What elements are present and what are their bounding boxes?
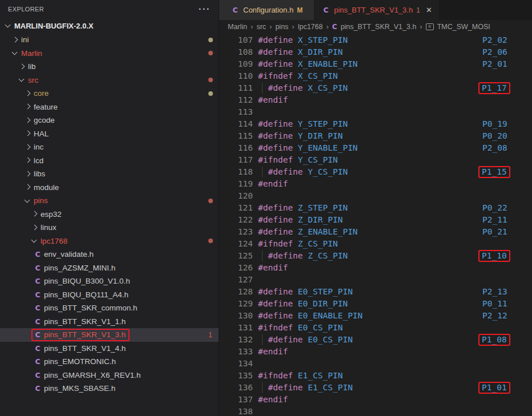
tab-pins-btt-skr-v1-3-h[interactable]: C pins_BTT_SKR_V1_3.h 1 ✕ bbox=[315, 0, 439, 20]
tree-item-pins-btt-skr-common-h[interactable]: Cpins_BTT_SKR_common.h bbox=[0, 301, 219, 315]
pin-value: P1_10 bbox=[478, 250, 510, 262]
tree-item-hal[interactable]: HAL bbox=[0, 127, 219, 141]
code-line: 127 bbox=[219, 274, 532, 286]
tree-item-label: libs bbox=[34, 169, 45, 178]
chevron-right-icon[interactable] bbox=[10, 35, 19, 45]
line-number: 137 bbox=[219, 394, 253, 406]
line-content: #endif bbox=[253, 262, 532, 274]
tree-item-src[interactable]: src bbox=[0, 74, 219, 87]
preprocessor-directive: #ifndef bbox=[258, 371, 293, 380]
tree-item-esp32[interactable]: esp32 bbox=[0, 208, 219, 221]
tree-item-pins-azsmz-mini-h[interactable]: Cpins_AZSMZ_MINI.h bbox=[0, 261, 219, 275]
annotation-box: Cpins_BTT_SKR_V1_3.h bbox=[31, 329, 130, 341]
chevron-right-icon[interactable] bbox=[23, 89, 32, 98]
tree-item-pins-emotronic-h[interactable]: Cpins_EMOTRONIC.h bbox=[0, 355, 219, 369]
tree-item-inc[interactable]: inc bbox=[0, 140, 219, 154]
c-file-icon: C bbox=[33, 277, 42, 285]
line-content: #define E0_CS_PINP1_08 bbox=[253, 334, 532, 346]
chevron-right-icon[interactable] bbox=[23, 143, 32, 152]
code-line: 116#define Y_ENABLE_PINP2_08 bbox=[219, 142, 532, 154]
tree-item-label: core bbox=[34, 89, 49, 98]
tree-item-pins-biqu-bq111-a4-h[interactable]: Cpins_BIQU_BQ111_A4.h bbox=[0, 288, 219, 302]
breadcrumb-item-marlin[interactable]: Marlin bbox=[228, 23, 247, 31]
chevron-right-icon[interactable] bbox=[23, 169, 32, 179]
chevron-down-icon[interactable] bbox=[3, 21, 13, 30]
code-line: 110#ifndef X_CS_PIN bbox=[219, 70, 532, 82]
tab-configuration-h[interactable]: C Configuration.h M bbox=[219, 0, 314, 20]
macro-name: Y_DIR_PIN bbox=[298, 131, 343, 140]
line-content: #define E0_ENABLE_PINP2_12 bbox=[253, 310, 532, 322]
tree-item-pins[interactable]: pins bbox=[0, 194, 219, 208]
error-dot-badge bbox=[208, 199, 213, 203]
chevron-right-icon[interactable] bbox=[23, 102, 32, 111]
preprocessor-directive: #endif bbox=[258, 95, 288, 104]
pin-value: P1_15 bbox=[478, 166, 510, 178]
c-file-icon: C bbox=[33, 384, 42, 393]
chevron-right-icon[interactable] bbox=[23, 116, 32, 125]
tree-item-label: lpc1768 bbox=[41, 237, 67, 245]
tree-item-marlin[interactable]: Marlin bbox=[0, 47, 219, 60]
tree-item-lcd[interactable]: lcd bbox=[0, 154, 219, 168]
line-number: 131 bbox=[219, 322, 253, 334]
tree-item-label: HAL bbox=[34, 130, 49, 138]
preprocessor-directive: #define bbox=[258, 203, 293, 212]
close-icon[interactable]: ✕ bbox=[426, 6, 432, 14]
explorer-header: EXPLORER ··· bbox=[0, 0, 219, 18]
tree-item-lib[interactable]: lib bbox=[0, 60, 219, 74]
line-content: #define Y_DIR_PINP0_20 bbox=[253, 130, 532, 142]
code-line: 132 #define E0_CS_PINP1_08 bbox=[219, 334, 532, 346]
chevron-down-icon[interactable] bbox=[10, 49, 19, 58]
line-number: 121 bbox=[219, 202, 253, 214]
chevron-down-icon[interactable] bbox=[23, 196, 32, 205]
line-content: #define Z_CS_PINP1_10 bbox=[253, 250, 532, 262]
code-line: 119#endif bbox=[219, 178, 532, 190]
chevron-down-icon[interactable] bbox=[30, 236, 39, 245]
preprocessor-directive: #endif bbox=[258, 179, 288, 188]
tree-item-linux[interactable]: linux bbox=[0, 221, 219, 235]
line-content: #endif bbox=[253, 394, 532, 406]
tree-item-pins-gmarsh-x6-rev1-h[interactable]: Cpins_GMARSH_X6_REV1.h bbox=[0, 369, 219, 382]
tree-root-marlin-bugfix[interactable]: MARLIN-BUGFIX-2.0.X bbox=[0, 18, 219, 33]
code-line: 136 #define E1_CS_PINP1_01 bbox=[219, 382, 532, 394]
chevron-right-icon[interactable] bbox=[17, 62, 26, 71]
code-editor[interactable]: 107#define X_STEP_PINP2_02108#define X_D… bbox=[219, 33, 532, 416]
chevron-down-icon[interactable] bbox=[17, 75, 26, 84]
c-file-icon: C bbox=[33, 371, 42, 379]
tree-item-label: pins_GMARSH_X6_REV1.h bbox=[44, 371, 141, 379]
breadcrumb-item-symbol[interactable]: TMC_SW_MOSI bbox=[437, 23, 490, 31]
chevron-right-icon[interactable] bbox=[23, 156, 32, 165]
breadcrumb-item-pins[interactable]: pins bbox=[275, 23, 288, 31]
tree-item-libs[interactable]: libs bbox=[0, 167, 219, 181]
line-number: 130 bbox=[219, 310, 253, 322]
warning-dot-badge bbox=[208, 91, 213, 96]
tree-item-env-validate-h[interactable]: Cenv_validate.h bbox=[0, 248, 219, 261]
chevron-right-icon[interactable] bbox=[30, 209, 39, 219]
line-number: 128 bbox=[219, 286, 253, 298]
indent-guide bbox=[262, 83, 263, 94]
line-number: 119 bbox=[219, 178, 253, 190]
breadcrumb-item-lpc1768[interactable]: lpc1768 bbox=[298, 23, 323, 31]
tree-item-pins-btt-skr-v1-1-h[interactable]: Cpins_BTT_SKR_V1_1.h bbox=[0, 315, 219, 329]
line-content: #ifndef E1_CS_PIN bbox=[253, 370, 532, 382]
breadcrumb-item-file[interactable]: pins_BTT_SKR_V1_3.h bbox=[341, 23, 417, 31]
breadcrumb-item-src[interactable]: src bbox=[256, 23, 266, 31]
preprocessor-directive: #define bbox=[258, 35, 293, 45]
line-content: #define Z_STEP_PINP0_22 bbox=[253, 202, 532, 214]
tree-item-pins-btt-skr-v1-3-h[interactable]: Cpins_BTT_SKR_V1_3.h1 bbox=[0, 328, 219, 342]
chevron-right-icon[interactable] bbox=[30, 223, 39, 232]
tree-item-feature[interactable]: feature bbox=[0, 100, 219, 114]
preprocessor-directive: #define bbox=[258, 131, 293, 140]
tree-item-ini[interactable]: ini bbox=[0, 33, 219, 47]
tree-item-pins-btt-skr-v1-4-h[interactable]: Cpins_BTT_SKR_V1_4.h bbox=[0, 342, 219, 356]
tree-item-pins-mks-sbase-h[interactable]: Cpins_MKS_SBASE.h bbox=[0, 382, 219, 395]
tree-item-pins-biqu-b300-v1-0-h[interactable]: Cpins_BIQU_B300_V1.0.h bbox=[0, 274, 219, 288]
chevron-right-icon[interactable] bbox=[23, 183, 32, 192]
tree-item-module[interactable]: module bbox=[0, 181, 219, 195]
error-dot-badge bbox=[208, 51, 213, 55]
tree-item-gcode[interactable]: gcode bbox=[0, 114, 219, 127]
tree-item-lpc1768[interactable]: lpc1768 bbox=[0, 235, 219, 248]
more-actions-icon[interactable]: ··· bbox=[199, 6, 211, 12]
code-line: 122#define Z_DIR_PINP2_11 bbox=[219, 214, 532, 226]
tree-item-core[interactable]: core bbox=[0, 87, 219, 100]
chevron-right-icon[interactable] bbox=[23, 129, 32, 138]
